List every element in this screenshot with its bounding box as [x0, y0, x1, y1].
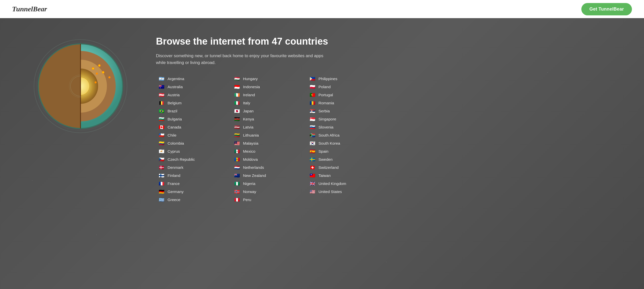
list-item[interactable]: 🇳🇱Netherlands	[231, 164, 307, 171]
list-item[interactable]: 🇲🇽Mexico	[231, 148, 307, 155]
list-item[interactable]: 🇲🇩Moldova	[231, 156, 307, 163]
country-name: Malaysia	[243, 141, 258, 146]
list-item[interactable]: 🇳🇿New Zealand	[231, 172, 307, 179]
list-item[interactable]: 🇨🇴Colombia	[156, 140, 231, 147]
country-name: Japan	[243, 109, 254, 113]
list-item[interactable]: 🇷🇴Romania	[307, 99, 382, 107]
list-item[interactable]: 🇩🇰Denmark	[156, 164, 231, 171]
svg-point-26	[108, 76, 110, 78]
flag-icon: 🇨🇴	[158, 141, 165, 146]
flag-icon: 🇵🇪	[233, 197, 240, 202]
country-name: Cyprus	[168, 149, 180, 154]
list-item[interactable]: 🇿🇦South Africa	[307, 132, 382, 139]
country-name: Brazil	[168, 109, 177, 113]
list-item[interactable]: 🇷🇸Serbia	[307, 107, 382, 115]
flag-icon: 🇨🇭	[309, 165, 316, 170]
country-name: Colombia	[168, 141, 184, 146]
header: TunnelBear Get TunnelBear	[0, 0, 644, 18]
list-item[interactable]: 🇰🇷South Korea	[307, 140, 382, 147]
country-name: Norway	[243, 189, 256, 194]
list-item[interactable]: 🇫🇮Finland	[156, 172, 231, 179]
country-name: Ireland	[243, 93, 255, 97]
list-item[interactable]: 🇮🇹Italy	[231, 99, 307, 107]
list-item[interactable]: 🇱🇹Lithuania	[231, 132, 307, 139]
list-item[interactable]: 🇲🇾Malaysia	[231, 140, 307, 147]
list-item[interactable]: 🇳🇬Nigeria	[231, 180, 307, 187]
country-column-2: 🇭🇺Hungary🇮🇩Indonesia🇮🇪Ireland🇮🇹Italy🇯🇵Ja…	[231, 75, 307, 204]
country-name: Italy	[243, 101, 250, 105]
list-item[interactable]: 🇬🇧United Kingdom	[307, 180, 382, 187]
country-name: South Africa	[318, 133, 340, 138]
country-column-3: 🇵🇭Philippines🇵🇱Poland🇵🇹Portugal🇷🇴Romania…	[307, 75, 382, 204]
flag-icon: 🇯🇵	[233, 109, 240, 114]
list-item[interactable]: 🇧🇪Belgium	[156, 99, 231, 107]
flag-icon: 🇵🇱	[309, 84, 316, 89]
list-item[interactable]: 🇧🇬Bulgaria	[156, 115, 231, 123]
list-item[interactable]: 🇸🇪Sweden	[307, 156, 382, 163]
cta-button[interactable]: Get TunnelBear	[581, 3, 632, 15]
country-name: Australia	[168, 85, 183, 89]
list-item[interactable]: 🇨🇭Switzerland	[307, 164, 382, 171]
list-item[interactable]: 🇮🇩Indonesia	[231, 83, 307, 91]
flag-icon: 🇮🇪	[233, 92, 240, 98]
logo: TunnelBear	[12, 5, 47, 13]
svg-point-19	[92, 68, 94, 69]
list-item[interactable]: 🇹🇼Taiwan	[307, 172, 382, 179]
svg-point-21	[99, 65, 100, 66]
list-item[interactable]: 🇵🇪Peru	[231, 196, 307, 204]
list-item[interactable]: 🇨🇦Canada	[156, 123, 231, 131]
flag-icon: 🇧🇪	[158, 101, 165, 106]
country-name: Hungary	[243, 77, 258, 81]
list-item[interactable]: 🇫🇷France	[156, 180, 231, 187]
country-name: Kenya	[243, 117, 254, 121]
country-name: Greece	[168, 198, 180, 202]
list-item[interactable]: 🇵🇭Philippines	[307, 75, 382, 83]
country-name: Romania	[318, 101, 334, 105]
list-item[interactable]: 🇸🇮Slovenia	[307, 123, 382, 131]
list-item[interactable]: 🇵🇱Poland	[307, 83, 382, 91]
list-item[interactable]: 🇵🇹Portugal	[307, 91, 382, 99]
country-name: Germany	[168, 189, 184, 194]
list-item[interactable]: 🇧🇷Brazil	[156, 107, 231, 115]
flag-icon: 🇷🇴	[309, 101, 316, 106]
flag-icon: 🇨🇦	[158, 125, 165, 130]
list-item[interactable]: 🇦🇷Argentina	[156, 75, 231, 83]
flag-icon: 🇫🇮	[158, 173, 165, 178]
country-name: Sweden	[318, 157, 333, 162]
country-name: Switzerland	[318, 165, 339, 170]
list-item[interactable]: 🇨🇿Czech Republic	[156, 156, 231, 163]
list-item[interactable]: 🇮🇪Ireland	[231, 91, 307, 99]
flag-icon: 🇨🇾	[158, 149, 165, 154]
list-item[interactable]: 🇱🇻Latvia	[231, 123, 307, 131]
globe-section	[20, 38, 141, 134]
svg-point-22	[96, 73, 98, 75]
list-item[interactable]: 🇪🇸Spain	[307, 148, 382, 155]
list-item[interactable]: 🇨🇾Cyprus	[156, 148, 231, 155]
list-item[interactable]: 🇦🇺Australia	[156, 83, 231, 91]
country-name: South Korea	[318, 141, 340, 146]
flag-icon: 🇦🇺	[158, 84, 165, 89]
list-item[interactable]: 🇩🇪Germany	[156, 188, 231, 196]
list-item[interactable]: 🇯🇵Japan	[231, 107, 307, 115]
country-name: Belgium	[168, 101, 182, 105]
flag-icon: 🇩🇪	[158, 189, 165, 194]
country-name: Moldova	[243, 157, 258, 162]
flag-icon: 🇷🇸	[309, 109, 316, 114]
flag-icon: 🇲🇩	[233, 157, 240, 162]
list-item[interactable]: 🇳🇴Norway	[231, 188, 307, 196]
country-name: New Zealand	[243, 173, 266, 178]
list-item[interactable]: 🇸🇬Singapore	[307, 115, 382, 123]
list-item[interactable]: 🇬🇷Greece	[156, 196, 231, 204]
flag-icon: 🇦🇷	[158, 76, 165, 81]
list-item[interactable]: 🇺🇸United States	[307, 188, 382, 196]
country-name: Spain	[318, 149, 329, 154]
list-item[interactable]: 🇦🇹Austria	[156, 91, 231, 99]
flag-icon: 🇸🇮	[309, 125, 316, 130]
flag-icon: 🇳🇿	[233, 173, 240, 178]
flag-icon: 🇵🇭	[309, 76, 316, 81]
list-item[interactable]: 🇭🇺Hungary	[231, 75, 307, 83]
country-name: Nigeria	[243, 181, 255, 186]
list-item[interactable]: 🇰🇪Kenya	[231, 115, 307, 123]
list-item[interactable]: 🇨🇱Chile	[156, 132, 231, 139]
flag-icon: 🇲🇽	[233, 149, 240, 154]
